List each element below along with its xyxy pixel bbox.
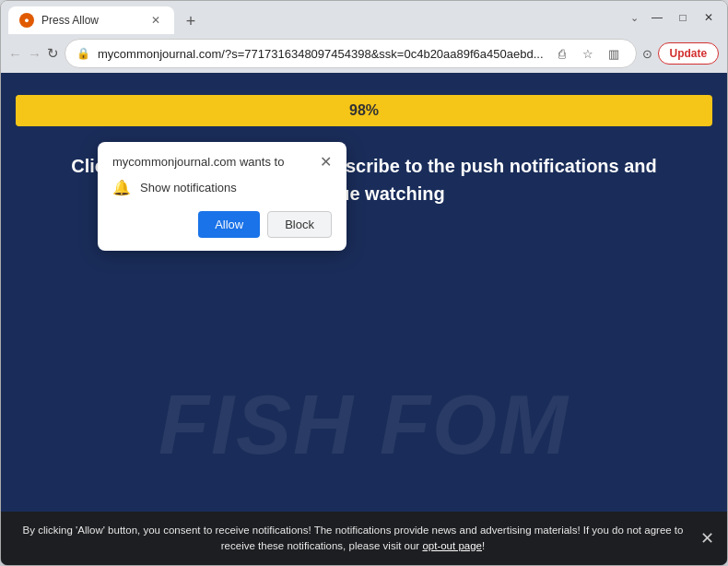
bell-icon: 🔔 xyxy=(112,179,131,196)
address-text: mycommonjournal.com/?s=77173163480974543… xyxy=(98,47,544,61)
back-button[interactable]: ← xyxy=(8,41,22,66)
permission-label: Show notifications xyxy=(140,181,237,195)
popup-actions: Allow Block xyxy=(112,211,332,238)
minimize-button[interactable]: — xyxy=(646,6,668,29)
title-bar: ● Press Allow ✕ + ⌄ — □ ✕ xyxy=(1,1,727,34)
address-actions: ⎙ ☆ ▥ xyxy=(551,42,625,65)
update-button[interactable]: Update xyxy=(658,42,720,65)
background-watermark: FISH FOM xyxy=(1,378,727,473)
profile-icon[interactable]: ⊙ xyxy=(642,42,652,65)
tab-close-button[interactable]: ✕ xyxy=(148,13,163,28)
active-tab[interactable]: ● Press Allow ✕ xyxy=(8,6,174,34)
browser-window: ● Press Allow ✕ + ⌄ — □ ✕ ← → ↻ 🔒 mycomm… xyxy=(0,0,728,566)
block-button[interactable]: Block xyxy=(267,211,332,238)
more-options-icon[interactable]: ⋮ xyxy=(724,42,728,65)
navigation-bar: ← → ↻ 🔒 mycommonjournal.com/?s=771731634… xyxy=(1,34,727,73)
popup-permission-row: 🔔 Show notifications xyxy=(112,179,332,196)
tab-favicon: ● xyxy=(19,13,34,28)
window-controls: ⌄ — □ ✕ xyxy=(630,6,720,29)
bottom-notification-bar: By clicking 'Allow' button, you consent … xyxy=(1,512,727,566)
progress-section: 98% xyxy=(16,95,712,126)
lock-icon: 🔒 xyxy=(76,47,90,60)
forward-button[interactable]: → xyxy=(28,41,41,66)
refresh-button[interactable]: ↻ xyxy=(47,41,59,66)
share-icon[interactable]: ⎙ xyxy=(551,42,573,65)
close-button[interactable]: ✕ xyxy=(698,6,720,29)
sidebar-icon[interactable]: ▥ xyxy=(603,42,625,65)
progress-text: 98% xyxy=(349,102,379,119)
notification-popup: mycommonjournal.com wants to ✕ 🔔 Show no… xyxy=(98,142,346,251)
bookmark-icon[interactable]: ☆ xyxy=(577,42,599,65)
tab-title: Press Allow xyxy=(41,14,141,27)
address-bar[interactable]: 🔒 mycommonjournal.com/?s=771731634809745… xyxy=(65,39,637,68)
popup-header: mycommonjournal.com wants to ✕ xyxy=(112,155,332,170)
maximize-button[interactable]: □ xyxy=(672,6,694,29)
popup-close-button[interactable]: ✕ xyxy=(320,155,332,170)
tabs-area: ● Press Allow ✕ + xyxy=(8,1,627,34)
bottom-bar-close-button[interactable]: ✕ xyxy=(700,525,714,550)
content-area: FISH FOM 98% Click the «Allow» button to… xyxy=(1,73,727,565)
new-tab-button[interactable]: + xyxy=(178,8,204,34)
progress-bar: 98% xyxy=(16,95,712,126)
bottom-bar-text: By clicking 'Allow' button, you consent … xyxy=(23,525,684,551)
opt-out-link[interactable]: opt-out page xyxy=(422,540,482,551)
allow-button[interactable]: Allow xyxy=(198,211,260,238)
popup-site-text: mycommonjournal.com wants to xyxy=(112,155,284,169)
